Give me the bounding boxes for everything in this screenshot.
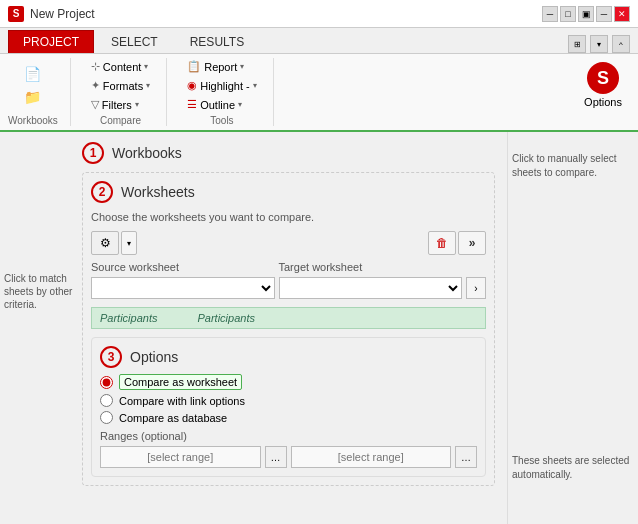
worksheets-section: 2 Worksheets Choose the worksheets you w… bbox=[82, 172, 495, 486]
options-header: 3 Options bbox=[100, 346, 477, 368]
view-btn-3[interactable]: ^ bbox=[612, 35, 630, 53]
formats-icon: ✦ bbox=[91, 79, 100, 92]
workbooks-section: 1 Workbooks bbox=[82, 142, 495, 164]
radio-worksheet-input[interactable] bbox=[100, 376, 113, 389]
ribbon-right-controls: ⊞ ▾ ^ bbox=[568, 35, 638, 53]
participants-right: Participants bbox=[197, 312, 254, 324]
radio-worksheet-label: Compare as worksheet bbox=[119, 374, 242, 390]
highlight-label: Highlight - bbox=[200, 80, 250, 92]
outline-icon: ☰ bbox=[187, 98, 197, 111]
filters-btn[interactable]: ▽ Filters ▾ bbox=[87, 96, 154, 113]
report-dropdown-icon: ▾ bbox=[240, 62, 244, 71]
range-input-1[interactable] bbox=[100, 446, 261, 468]
source-worksheet-select[interactable] bbox=[91, 277, 275, 299]
target-worksheet-select[interactable] bbox=[279, 277, 463, 299]
new-file-btn[interactable]: 📄 bbox=[20, 64, 45, 84]
view-btn-2[interactable]: ▾ bbox=[590, 35, 608, 53]
tools-group-label: Tools bbox=[210, 115, 233, 126]
worksheet-toolbar: ⚙ ▾ 🗑 » bbox=[91, 231, 486, 255]
right-panel: Click to manually select sheets to compa… bbox=[508, 132, 638, 524]
range-btn-1[interactable]: … bbox=[265, 446, 287, 468]
radio-compare-database[interactable]: Compare as database bbox=[100, 411, 477, 424]
range-input-2[interactable] bbox=[291, 446, 452, 468]
left-annotation-text: Click to match sheets by other criteria. bbox=[4, 272, 74, 311]
gear-button[interactable]: ⚙ bbox=[91, 231, 119, 255]
tab-select[interactable]: SELECT bbox=[96, 30, 173, 53]
tools-items: 📋 Report ▾ ◉ Highlight - ▾ ☰ Outline ▾ bbox=[183, 58, 261, 113]
radio-compare-worksheet[interactable]: Compare as worksheet bbox=[100, 374, 477, 390]
target-label: Target worksheet bbox=[279, 261, 459, 273]
ws-arrow-button[interactable]: › bbox=[466, 277, 486, 299]
tools-col: 📋 Report ▾ ◉ Highlight - ▾ ☰ Outline ▾ bbox=[183, 58, 261, 113]
report-icon: 📋 bbox=[187, 60, 201, 73]
compare-col-1: ⊹ Content ▾ ✦ Formats ▾ ▽ Filters ▾ bbox=[87, 58, 154, 113]
title-bar: S New Project ─ □ ▣ ─ ✕ bbox=[0, 0, 638, 28]
report-btn[interactable]: 📋 Report ▾ bbox=[183, 58, 261, 75]
worksheet-labels: Source worksheet Target worksheet bbox=[91, 261, 486, 273]
ribbon-tabs: PROJECT SELECT RESULTS ⊞ ▾ ^ bbox=[0, 28, 638, 54]
content-btn[interactable]: ⊹ Content ▾ bbox=[87, 58, 154, 75]
main-content: Click to match sheets by other criteria.… bbox=[0, 132, 638, 524]
options-number: 3 bbox=[100, 346, 122, 368]
highlight-dropdown-icon: ▾ bbox=[253, 81, 257, 90]
ws-dropdown-btn[interactable]: ▾ bbox=[121, 231, 137, 255]
app-icon: S bbox=[8, 6, 24, 22]
project-items: 📄 📁 bbox=[20, 58, 45, 113]
maximize-button[interactable]: □ bbox=[560, 6, 576, 22]
minimize-button[interactable]: ─ bbox=[542, 6, 558, 22]
restore-button[interactable]: ▣ bbox=[578, 6, 594, 22]
project-group-label: Workbooks bbox=[8, 115, 58, 126]
formats-btn[interactable]: ✦ Formats ▾ bbox=[87, 77, 154, 94]
participants-left: Participants bbox=[100, 312, 157, 324]
radio-database-input[interactable] bbox=[100, 411, 113, 424]
worksheets-header: 2 Worksheets bbox=[91, 181, 486, 203]
highlight-icon: ◉ bbox=[187, 79, 197, 92]
view-btn-1[interactable]: ⊞ bbox=[568, 35, 586, 53]
participants-row: Participants Participants bbox=[91, 307, 486, 329]
ribbon-group-project: 📄 📁 Workbooks bbox=[8, 58, 71, 126]
right-annotation-top: Click to manually select sheets to compa… bbox=[512, 152, 634, 180]
title-text: New Project bbox=[30, 7, 536, 21]
content-dropdown-icon: ▾ bbox=[144, 62, 148, 71]
options-section: 3 Options Compare as worksheet Compare w… bbox=[91, 337, 486, 477]
workbooks-number: 1 bbox=[82, 142, 104, 164]
workbooks-title: Workbooks bbox=[112, 145, 182, 161]
start-button[interactable]: S Options bbox=[576, 58, 630, 126]
tab-project[interactable]: PROJECT bbox=[8, 30, 94, 53]
report-label: Report bbox=[204, 61, 237, 73]
workbooks-header: 1 Workbooks bbox=[82, 142, 495, 164]
worksheets-desc: Choose the worksheets you want to compar… bbox=[91, 211, 486, 223]
compare-group-label: Compare bbox=[100, 115, 141, 126]
content-label: Content bbox=[103, 61, 142, 73]
ws-toolbar-right: 🗑 » bbox=[428, 231, 486, 255]
content-icon: ⊹ bbox=[91, 60, 100, 73]
start-label: Options bbox=[584, 96, 622, 108]
formats-label: Formats bbox=[103, 80, 143, 92]
new-file-icon: 📄 bbox=[24, 66, 41, 82]
delete-button[interactable]: 🗑 bbox=[428, 231, 456, 255]
left-panel: 1 Workbooks 2 Worksheets Choose the work… bbox=[70, 132, 508, 524]
options-title: Options bbox=[130, 349, 178, 365]
radio-link-input[interactable] bbox=[100, 394, 113, 407]
pin-button[interactable]: ─ bbox=[596, 6, 612, 22]
range-btn-2[interactable]: … bbox=[455, 446, 477, 468]
source-label: Source worksheet bbox=[91, 261, 271, 273]
outline-btn[interactable]: ☰ Outline ▾ bbox=[183, 96, 261, 113]
close-button[interactable]: ✕ bbox=[614, 6, 630, 22]
filters-dropdown-icon: ▾ bbox=[135, 100, 139, 109]
highlight-btn[interactable]: ◉ Highlight - ▾ bbox=[183, 77, 261, 94]
radio-link-label: Compare with link options bbox=[119, 395, 245, 407]
ribbon-group-compare: ⊹ Content ▾ ✦ Formats ▾ ▽ Filters ▾ Comp… bbox=[87, 58, 167, 126]
radio-compare-link[interactable]: Compare with link options bbox=[100, 394, 477, 407]
start-icon: S bbox=[587, 62, 619, 94]
tab-results[interactable]: RESULTS bbox=[175, 30, 259, 53]
forward-button[interactable]: » bbox=[458, 231, 486, 255]
ranges-label: Ranges (optional) bbox=[100, 430, 477, 442]
gear-icon: ⚙ bbox=[100, 236, 111, 250]
radio-database-label: Compare as database bbox=[119, 412, 227, 424]
filters-label: Filters bbox=[102, 99, 132, 111]
delete-icon: 🗑 bbox=[436, 236, 448, 250]
open-file-btn[interactable]: 📁 bbox=[20, 87, 45, 107]
right-annotation-bottom: These sheets are selected automatically. bbox=[512, 454, 634, 482]
worksheet-selects: › bbox=[91, 277, 486, 299]
